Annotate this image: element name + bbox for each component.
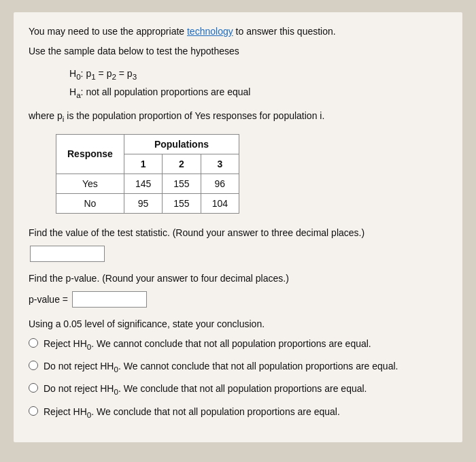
h0-sub1: 1 <box>91 72 95 81</box>
radio-options: Reject HH0. We cannot conclude that not … <box>29 337 447 420</box>
radio-circle-3[interactable] <box>29 383 38 393</box>
data-table-wrapper: Response Populations 1 2 3 Yes 145 155 9… <box>56 134 447 214</box>
conclusion-section: Using a 0.05 level of significance, stat… <box>29 317 447 331</box>
no-pop3: 104 <box>201 193 239 213</box>
where-line: where pi is the population proportion of… <box>29 109 447 125</box>
radio-label-1: Reject HH0. We cannot conclude that not … <box>44 337 371 352</box>
radio-option-3[interactable]: Do not reject HH0. We conclude that not … <box>29 382 447 397</box>
radio-circle-2[interactable] <box>29 361 38 370</box>
radio-circle-4[interactable] <box>29 406 38 416</box>
no-pop2: 155 <box>163 193 201 213</box>
radio-label-2: Do not reject HH0. We cannot conclude th… <box>44 359 398 375</box>
pvalue-line: p-value = <box>29 291 447 308</box>
populations-header-cell: Populations <box>124 134 239 154</box>
radio-option-1[interactable]: Reject HH0. We cannot conclude that not … <box>29 337 447 352</box>
yes-label: Yes <box>56 174 124 193</box>
conclusion-label: Using a 0.05 level of significance, stat… <box>29 317 447 331</box>
yes-pop3: 96 <box>201 174 239 193</box>
ha-sub: a <box>76 90 80 99</box>
intro-text-post: to answer this question. <box>233 26 336 37</box>
main-content: You may need to use the appropriate tech… <box>14 12 462 442</box>
test-stat-label: Find the value of the test statistic. (R… <box>29 226 447 240</box>
intro-line2: Use the sample data below to test the hy… <box>29 44 447 59</box>
col1-header: 1 <box>124 154 162 174</box>
pvalue-prefix: p-value = <box>29 294 68 305</box>
technology-link[interactable]: technology <box>187 26 233 37</box>
h0-sub: 0 <box>76 72 80 81</box>
test-stat-input[interactable] <box>30 246 105 262</box>
h0-sub2: 2 <box>112 72 116 81</box>
intro-line1: You may need to use the appropriate tech… <box>29 24 447 39</box>
h0-sub3: 3 <box>133 72 137 81</box>
radio-label-4: Reject HH0. We conclude that not all pop… <box>44 405 340 420</box>
response-header-cell: Response <box>56 134 124 174</box>
radio-option-2[interactable]: Do not reject HH0. We cannot conclude th… <box>29 359 447 375</box>
pvalue-input[interactable] <box>72 291 147 308</box>
data-table: Response Populations 1 2 3 Yes 145 155 9… <box>56 134 239 214</box>
radio-circle-1[interactable] <box>29 338 38 348</box>
yes-pop1: 145 <box>124 174 162 193</box>
yes-pop2: 155 <box>163 174 201 193</box>
pvalue-question: Find the p-value. (Round your answer to … <box>29 271 447 286</box>
radio-label-3: Do not reject HH0. We conclude that not … <box>44 382 367 397</box>
ha-line: Ha: not all population proportions are e… <box>69 84 447 102</box>
col2-header: 2 <box>163 154 201 174</box>
test-stat-section: Find the value of the test statistic. (R… <box>29 226 447 262</box>
col3-header: 3 <box>201 154 239 174</box>
ha-label: Ha: not all population proportions are e… <box>69 84 250 102</box>
intro-text-pre: You may need to use the appropriate <box>29 26 187 37</box>
hypotheses-block: H0: p1 = p2 = p3 Ha: not all population … <box>69 65 447 102</box>
h0-line: H0: p1 = p2 = p3 <box>69 65 447 84</box>
h0-label: H0: p1 = p2 = p3 <box>69 65 137 84</box>
no-label: No <box>56 193 124 213</box>
radio-option-4[interactable]: Reject HH0. We conclude that not all pop… <box>29 405 447 420</box>
no-pop1: 95 <box>124 193 162 213</box>
table-row-yes: Yes 145 155 96 <box>56 174 239 193</box>
table-row-no: No 95 155 104 <box>56 193 239 213</box>
